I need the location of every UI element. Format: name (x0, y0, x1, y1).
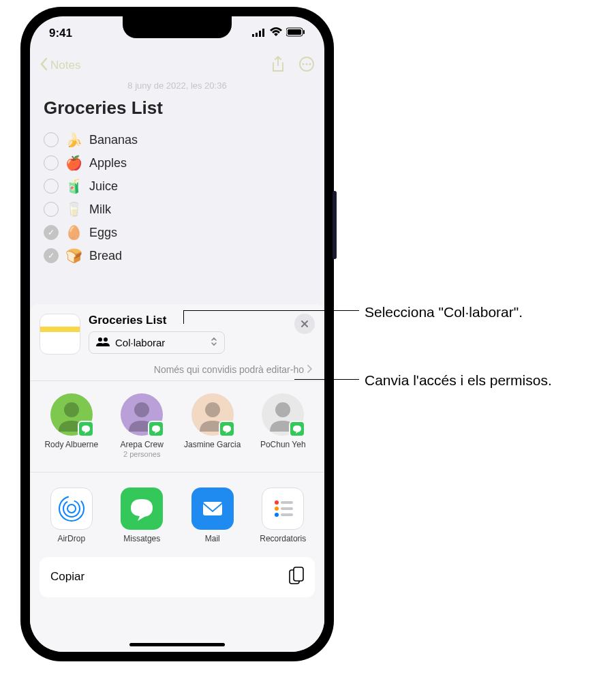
avatar (50, 393, 93, 436)
divider (30, 472, 324, 472)
svg-point-13 (64, 402, 79, 417)
svg-point-21 (275, 500, 279, 505)
share-contact[interactable]: PoChun Yeh (254, 393, 313, 460)
checklist-item[interactable]: 🍌Bananas (44, 128, 311, 151)
share-app[interactable]: Missatges (113, 487, 172, 543)
notes-app-icon (40, 314, 80, 355)
share-app[interactable]: AirDrop (42, 487, 101, 543)
checklist-item[interactable]: 🍎Apples (44, 151, 311, 175)
checklist-item[interactable]: ✓🥚Eggs (44, 221, 311, 244)
back-button[interactable]: Notes (50, 59, 271, 72)
app-icon (121, 487, 163, 530)
collaborate-label: Col·laborar (115, 337, 165, 348)
svg-rect-3 (262, 29, 264, 37)
svg-point-10 (309, 63, 311, 65)
svg-rect-28 (294, 567, 303, 581)
app-icon (262, 487, 304, 530)
app-label: Mail (183, 534, 242, 543)
share-app[interactable]: Mail (183, 487, 242, 543)
contact-name: PoChun Yeh (254, 440, 313, 450)
back-chevron-icon[interactable] (40, 57, 48, 74)
checklist-item[interactable]: ✓🍞Bread (44, 244, 311, 267)
svg-point-9 (306, 63, 308, 65)
checkbox-empty-icon[interactable] (44, 132, 59, 147)
svg-point-14 (134, 402, 149, 417)
svg-rect-22 (281, 501, 293, 504)
svg-rect-0 (252, 34, 254, 37)
app-icon (50, 487, 93, 530)
contact-sub: 2 persones (113, 450, 172, 460)
permissions-label: Només qui convidis podrà editar-ho (154, 364, 304, 375)
share-contact[interactable]: Rody Albuerne (42, 393, 101, 460)
svg-point-12 (104, 338, 108, 342)
share-icon[interactable] (271, 56, 285, 75)
collaborate-selector[interactable]: Col·laborar (89, 331, 225, 354)
svg-rect-20 (203, 502, 222, 515)
item-emoji: 🥛 (65, 201, 82, 217)
share-contact[interactable]: Jasmine Garcia (183, 393, 242, 460)
svg-rect-6 (303, 30, 305, 34)
share-app[interactable]: Recordatoris (254, 487, 313, 543)
share-contact[interactable]: Arepa Crew2 persones (113, 393, 172, 460)
svg-rect-26 (281, 513, 293, 516)
apps-row: AirDropMissatgesMailRecordatoris (40, 478, 315, 550)
close-button[interactable] (294, 314, 315, 334)
contact-name: Arepa Crew (113, 440, 172, 450)
item-label: Bananas (89, 133, 138, 147)
svg-point-23 (275, 507, 279, 511)
note-content: Groceries List 🍌Bananas🍎Apples🧃Juice🥛Mil… (30, 91, 324, 274)
callout-1: Selecciona "Col·laborar". (365, 304, 523, 320)
app-label: Missatges (113, 534, 172, 543)
checkbox-checked-icon[interactable]: ✓ (44, 225, 59, 240)
checklist-item[interactable]: 🥛Milk (44, 198, 311, 221)
callout-2: Canvia l'accés i els permisos. (365, 372, 552, 389)
item-emoji: 🍎 (65, 155, 82, 171)
contact-name: Rody Albuerne (42, 440, 101, 450)
item-emoji: 🥚 (65, 224, 82, 241)
wifi-icon (270, 27, 282, 40)
checkbox-empty-icon[interactable] (44, 202, 59, 217)
messages-badge-icon (148, 421, 164, 437)
share-sheet: Groceries List Col·laborar (30, 304, 324, 652)
avatar (121, 393, 163, 436)
svg-point-11 (98, 338, 102, 342)
copy-icon (289, 567, 304, 588)
sheet-title: Groceries List (89, 314, 286, 327)
item-label: Eggs (89, 226, 117, 240)
checkbox-checked-icon[interactable]: ✓ (44, 248, 59, 263)
app-icon (191, 487, 234, 530)
app-label: AirDrop (42, 534, 101, 543)
app-label: Recordatoris (254, 534, 313, 543)
nav-bar: Notes (30, 50, 324, 80)
more-icon[interactable] (298, 56, 315, 75)
avatar (262, 393, 304, 436)
note-title: Groceries List (44, 97, 311, 119)
svg-rect-1 (256, 33, 258, 37)
item-emoji: 🍞 (65, 247, 82, 264)
svg-point-17 (67, 505, 76, 513)
svg-point-25 (275, 513, 279, 517)
checkbox-empty-icon[interactable] (44, 179, 59, 194)
checkbox-empty-icon[interactable] (44, 155, 59, 170)
avatar (191, 393, 234, 436)
svg-point-16 (275, 402, 290, 417)
note-date: 8 juny de 2022, les 20:36 (30, 80, 324, 91)
item-emoji: 🧃 (65, 178, 82, 194)
svg-point-18 (63, 500, 80, 517)
chevron-right-icon (307, 364, 312, 375)
checklist-item[interactable]: 🧃Juice (44, 175, 311, 198)
item-label: Milk (89, 202, 111, 217)
contact-name: Jasmine Garcia (183, 440, 242, 450)
svg-rect-5 (288, 29, 301, 35)
svg-point-8 (303, 63, 305, 65)
status-time: 9:41 (49, 27, 72, 40)
copy-label: Copiar (50, 570, 84, 584)
permissions-button[interactable]: Només qui convidis podrà editar-ho (40, 364, 315, 375)
item-label: Bread (89, 249, 122, 263)
cellular-icon (252, 27, 266, 40)
copy-action[interactable]: Copiar (40, 557, 315, 597)
divider (30, 380, 324, 381)
battery-icon (286, 27, 305, 40)
home-indicator[interactable] (129, 643, 225, 646)
notch (123, 16, 232, 38)
